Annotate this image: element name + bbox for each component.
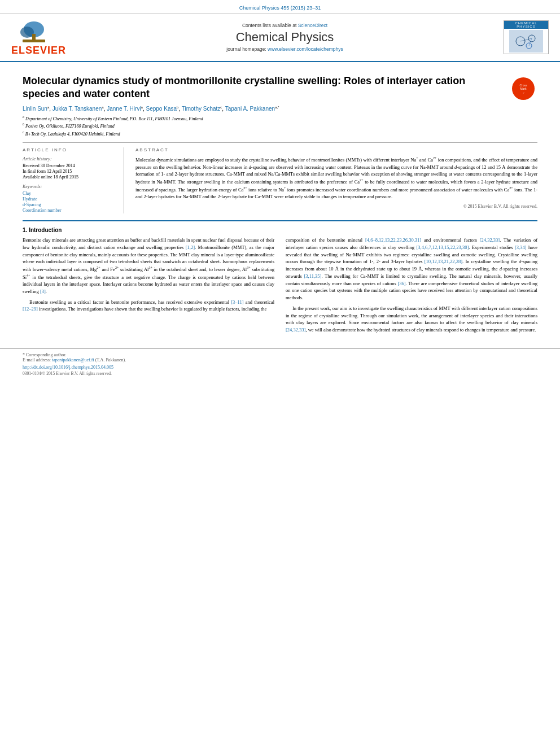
page-footer: * Corresponding author. E-mail address: …: [0, 348, 560, 379]
title-area: Molecular dynamics study of montmorillon…: [23, 75, 537, 101]
elsevier-brand: ELSEVIER: [11, 45, 66, 56]
body-col-right: composition of the bentonite mineral [4,…: [286, 237, 537, 337]
affiliations: a Department of Chemistry, University of…: [23, 115, 537, 138]
article-info-abstract: ARTICLE INFO Article history: Received 3…: [23, 142, 537, 213]
section-divider: [23, 220, 537, 221]
abstract-label: ABSTRACT: [135, 147, 537, 152]
sciencedirect-line: Contents lists available at ScienceDirec…: [66, 23, 504, 28]
intro-para-1: Bentonite clay minerals are attracting g…: [23, 237, 274, 295]
doi-line: http://dx.doi.org/10.1016/j.chemphys.201…: [23, 364, 537, 370]
intro-para-4: In the present work, our aim is to inves…: [286, 305, 537, 334]
journal-logo-top: CHEMICALPHYSICS: [504, 21, 548, 29]
article-info-column: ARTICLE INFO Article history: Received 3…: [23, 147, 124, 213]
keyword-coordination[interactable]: Coordination number: [23, 208, 117, 213]
svg-rect-4: [23, 40, 45, 42]
main-content: Molecular dynamics study of montmorillon…: [0, 62, 560, 343]
abstract-column: ABSTRACT Molecular dynamic simulations a…: [135, 147, 537, 213]
affiliation-a: a Department of Chemistry, University of…: [23, 116, 203, 121]
history-label: Article history:: [23, 156, 117, 161]
page: Chemical Physics 455 (2015) 23–31 ELSEVI…: [0, 0, 560, 747]
affiliation-c: c B+Tech Oy, Laulukuja 4, FI00420 Helsin…: [23, 132, 120, 137]
body-columns: Bentonite clay minerals are attracting g…: [23, 237, 537, 337]
journal-title: Chemical Physics: [66, 30, 504, 45]
received-date: Received 30 December 2014: [23, 163, 117, 168]
sciencedirect-link[interactable]: ScienceDirect: [298, 23, 327, 28]
authors: Linlin Suna, Jukka T. Tanskanena, Janne …: [23, 106, 537, 112]
doi-link[interactable]: http://dx.doi.org/10.1016/j.chemphys.201…: [23, 365, 113, 370]
svg-text:Mark: Mark: [520, 87, 527, 90]
copyright: © 2015 Elsevier B.V. All rights reserved…: [135, 204, 537, 209]
intro-para-3: composition of the bentonite mineral [4,…: [286, 237, 537, 302]
journal-logo-image: [509, 30, 543, 53]
journal-header: Chemical Physics 455 (2015) 23–31: [0, 0, 560, 14]
email-link[interactable]: tapanipakkanen@uef.fi: [52, 357, 94, 362]
crossmark-icon: Cross Mark ✓: [512, 77, 535, 100]
crossmark-badge[interactable]: Cross Mark ✓: [509, 75, 537, 103]
journal-ref: Chemical Physics 455 (2015) 23–31: [239, 5, 321, 11]
svg-point-2: [20, 27, 34, 38]
homepage-link[interactable]: www.elsevier.com/locate/chemphys: [268, 46, 343, 52]
keyword-hydrate[interactable]: Hydrate: [23, 196, 117, 202]
elsevier-logo: ELSEVIER: [11, 18, 66, 56]
final-form-date: In final form 12 April 2015: [23, 169, 117, 174]
journal-logo-right: CHEMICALPHYSICS: [504, 20, 549, 54]
intro-para-2: Bentonite swelling as a critical factor …: [23, 299, 274, 313]
abstract-text: Molecular dynamic simulations are employ…: [135, 156, 537, 200]
journal-homepage: journal homepage: www.elsevier.com/locat…: [66, 46, 504, 52]
introduction-heading: 1. Introduction: [23, 227, 537, 233]
available-date: Available online 18 April 2015: [23, 174, 117, 180]
body-col-left: Bentonite clay minerals are attracting g…: [23, 237, 274, 337]
keyword-clay[interactable]: Clay: [23, 191, 117, 196]
elsevier-tree-icon: [11, 18, 56, 43]
svg-text:✓: ✓: [523, 91, 524, 94]
article-info-label: ARTICLE INFO: [23, 147, 117, 152]
article-title: Molecular dynamics study of montmorillon…: [23, 75, 537, 101]
affiliation-b: b Posiva Oy, Olkiluoto, FI27160 Eurajoki…: [23, 124, 115, 129]
keywords-label: Keywords:: [23, 184, 117, 189]
svg-rect-5: [509, 30, 543, 53]
corresponding-author-note: * Corresponding author. E-mail address: …: [23, 352, 537, 362]
journal-center: Contents lists available at ScienceDirec…: [66, 23, 504, 52]
keyword-dspacing[interactable]: d-Spacing: [23, 202, 117, 207]
issn-line: 0301-0104/© 2015 Elsevier B.V. All right…: [23, 371, 537, 376]
journal-cover-icon: [509, 30, 543, 53]
header-inner: ELSEVIER Contents lists available at Sci…: [0, 14, 560, 62]
